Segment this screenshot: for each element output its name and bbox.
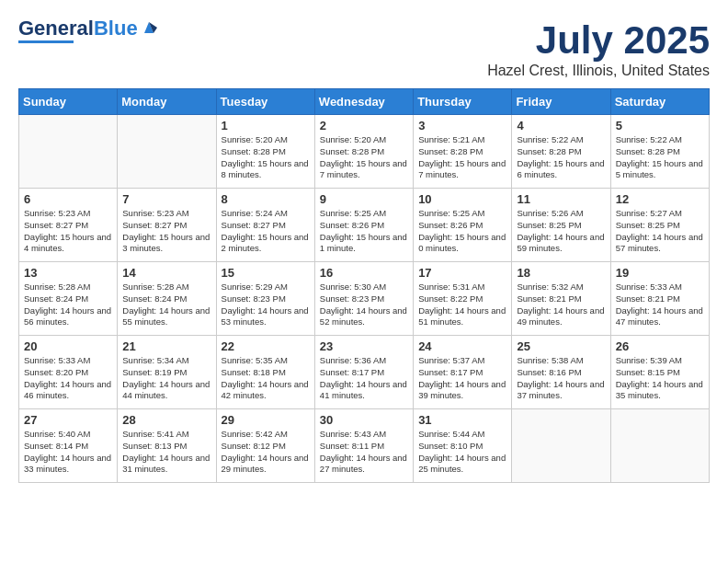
calendar-week-1: 1Sunrise: 5:20 AM Sunset: 8:28 PM Daylig… bbox=[19, 115, 710, 189]
day-info: Sunrise: 5:34 AM Sunset: 8:19 PM Dayligh… bbox=[122, 355, 210, 402]
day-number: 28 bbox=[122, 413, 210, 427]
day-number: 31 bbox=[418, 413, 506, 427]
day-info: Sunrise: 5:44 AM Sunset: 8:10 PM Dayligh… bbox=[418, 429, 506, 476]
day-info: Sunrise: 5:21 AM Sunset: 8:28 PM Dayligh… bbox=[418, 134, 506, 181]
day-number: 17 bbox=[418, 266, 506, 280]
day-number: 21 bbox=[122, 339, 210, 353]
calendar-cell: 23Sunrise: 5:36 AM Sunset: 8:17 PM Dayli… bbox=[314, 336, 413, 409]
day-info: Sunrise: 5:25 AM Sunset: 8:26 PM Dayligh… bbox=[320, 208, 408, 255]
day-number: 20 bbox=[24, 339, 112, 353]
day-number: 25 bbox=[517, 339, 605, 353]
day-info: Sunrise: 5:25 AM Sunset: 8:26 PM Dayligh… bbox=[418, 208, 506, 255]
day-info: Sunrise: 5:35 AM Sunset: 8:18 PM Dayligh… bbox=[222, 355, 310, 402]
calendar-cell: 18Sunrise: 5:32 AM Sunset: 8:21 PM Dayli… bbox=[512, 262, 610, 336]
day-number: 10 bbox=[418, 192, 506, 206]
day-info: Sunrise: 5:20 AM Sunset: 8:28 PM Dayligh… bbox=[222, 134, 310, 181]
calendar-cell: 12Sunrise: 5:27 AM Sunset: 8:25 PM Dayli… bbox=[610, 189, 709, 262]
day-number: 8 bbox=[222, 192, 310, 206]
weekday-header-saturday: Saturday bbox=[610, 89, 709, 115]
day-number: 23 bbox=[320, 339, 408, 353]
calendar-cell: 22Sunrise: 5:35 AM Sunset: 8:18 PM Dayli… bbox=[216, 336, 314, 409]
day-info: Sunrise: 5:43 AM Sunset: 8:11 PM Dayligh… bbox=[320, 429, 408, 476]
calendar-cell: 27Sunrise: 5:40 AM Sunset: 8:14 PM Dayli… bbox=[19, 409, 118, 483]
day-info: Sunrise: 5:38 AM Sunset: 8:16 PM Dayligh… bbox=[517, 355, 605, 402]
day-info: Sunrise: 5:22 AM Sunset: 8:28 PM Dayligh… bbox=[517, 134, 605, 181]
day-info: Sunrise: 5:31 AM Sunset: 8:22 PM Dayligh… bbox=[418, 282, 506, 328]
calendar-cell: 1Sunrise: 5:20 AM Sunset: 8:28 PM Daylig… bbox=[216, 115, 314, 189]
calendar-cell: 28Sunrise: 5:41 AM Sunset: 8:13 PM Dayli… bbox=[118, 409, 216, 483]
calendar-cell: 6Sunrise: 5:23 AM Sunset: 8:27 PM Daylig… bbox=[19, 189, 118, 262]
day-number: 15 bbox=[222, 266, 310, 280]
weekday-header-friday: Friday bbox=[512, 89, 610, 115]
day-info: Sunrise: 5:28 AM Sunset: 8:24 PM Dayligh… bbox=[24, 282, 112, 328]
calendar-cell: 26Sunrise: 5:39 AM Sunset: 8:15 PM Dayli… bbox=[610, 336, 709, 409]
calendar-cell: 15Sunrise: 5:29 AM Sunset: 8:23 PM Dayli… bbox=[216, 262, 314, 336]
day-number: 4 bbox=[517, 119, 605, 132]
day-number: 3 bbox=[418, 119, 506, 132]
day-info: Sunrise: 5:29 AM Sunset: 8:23 PM Dayligh… bbox=[222, 282, 310, 328]
calendar-cell: 19Sunrise: 5:33 AM Sunset: 8:21 PM Dayli… bbox=[610, 262, 709, 336]
calendar-cell: 30Sunrise: 5:43 AM Sunset: 8:11 PM Dayli… bbox=[314, 409, 413, 483]
calendar-cell: 24Sunrise: 5:37 AM Sunset: 8:17 PM Dayli… bbox=[414, 336, 512, 409]
calendar-cell: 11Sunrise: 5:26 AM Sunset: 8:25 PM Dayli… bbox=[512, 189, 610, 262]
calendar-cell: 21Sunrise: 5:34 AM Sunset: 8:19 PM Dayli… bbox=[118, 336, 216, 409]
weekday-header-monday: Monday bbox=[118, 89, 216, 115]
day-info: Sunrise: 5:28 AM Sunset: 8:24 PM Dayligh… bbox=[122, 282, 210, 328]
day-number: 7 bbox=[122, 192, 210, 206]
calendar-header-row: SundayMondayTuesdayWednesdayThursdayFrid… bbox=[19, 89, 710, 115]
calendar-cell: 13Sunrise: 5:28 AM Sunset: 8:24 PM Dayli… bbox=[19, 262, 118, 336]
day-number: 11 bbox=[517, 192, 605, 206]
calendar-cell: 5Sunrise: 5:22 AM Sunset: 8:28 PM Daylig… bbox=[610, 115, 709, 189]
calendar-cell: 3Sunrise: 5:21 AM Sunset: 8:28 PM Daylig… bbox=[414, 115, 512, 189]
day-info: Sunrise: 5:24 AM Sunset: 8:27 PM Dayligh… bbox=[222, 208, 310, 255]
calendar-cell: 20Sunrise: 5:33 AM Sunset: 8:20 PM Dayli… bbox=[19, 336, 118, 409]
day-number: 22 bbox=[222, 339, 310, 353]
day-info: Sunrise: 5:32 AM Sunset: 8:21 PM Dayligh… bbox=[517, 282, 605, 328]
day-info: Sunrise: 5:26 AM Sunset: 8:25 PM Dayligh… bbox=[517, 208, 605, 255]
day-number: 30 bbox=[320, 413, 408, 427]
day-number: 2 bbox=[320, 119, 408, 132]
calendar-cell: 16Sunrise: 5:30 AM Sunset: 8:23 PM Dayli… bbox=[314, 262, 413, 336]
calendar-cell: 7Sunrise: 5:23 AM Sunset: 8:27 PM Daylig… bbox=[118, 189, 216, 262]
day-number: 19 bbox=[616, 266, 704, 280]
day-number: 16 bbox=[320, 266, 408, 280]
day-info: Sunrise: 5:30 AM Sunset: 8:23 PM Dayligh… bbox=[320, 282, 408, 328]
page-header: GeneralBlue July 2025 Hazel Crest, Illin… bbox=[18, 18, 710, 79]
title-area: July 2025 Hazel Crest, Illinois, United … bbox=[487, 18, 710, 79]
day-info: Sunrise: 5:27 AM Sunset: 8:25 PM Dayligh… bbox=[616, 208, 704, 255]
day-info: Sunrise: 5:37 AM Sunset: 8:17 PM Dayligh… bbox=[418, 355, 506, 402]
calendar-cell: 9Sunrise: 5:25 AM Sunset: 8:26 PM Daylig… bbox=[314, 189, 413, 262]
day-number: 6 bbox=[24, 192, 112, 206]
month-title: July 2025 bbox=[487, 18, 710, 63]
calendar-table: SundayMondayTuesdayWednesdayThursdayFrid… bbox=[18, 88, 710, 483]
calendar-cell: 4Sunrise: 5:22 AM Sunset: 8:28 PM Daylig… bbox=[512, 115, 610, 189]
calendar-cell: 29Sunrise: 5:42 AM Sunset: 8:12 PM Dayli… bbox=[216, 409, 314, 483]
calendar-week-2: 6Sunrise: 5:23 AM Sunset: 8:27 PM Daylig… bbox=[19, 189, 710, 262]
weekday-header-thursday: Thursday bbox=[414, 89, 512, 115]
day-info: Sunrise: 5:33 AM Sunset: 8:21 PM Dayligh… bbox=[616, 282, 704, 328]
calendar-week-4: 20Sunrise: 5:33 AM Sunset: 8:20 PM Dayli… bbox=[19, 336, 710, 409]
calendar-cell: 10Sunrise: 5:25 AM Sunset: 8:26 PM Dayli… bbox=[414, 189, 512, 262]
calendar-cell: 2Sunrise: 5:20 AM Sunset: 8:28 PM Daylig… bbox=[314, 115, 413, 189]
day-number: 1 bbox=[222, 119, 310, 132]
day-info: Sunrise: 5:33 AM Sunset: 8:20 PM Dayligh… bbox=[24, 355, 112, 402]
day-number: 24 bbox=[418, 339, 506, 353]
calendar-cell: 8Sunrise: 5:24 AM Sunset: 8:27 PM Daylig… bbox=[216, 189, 314, 262]
day-info: Sunrise: 5:22 AM Sunset: 8:28 PM Dayligh… bbox=[616, 134, 704, 181]
weekday-header-tuesday: Tuesday bbox=[216, 89, 314, 115]
day-number: 26 bbox=[616, 339, 704, 353]
day-info: Sunrise: 5:41 AM Sunset: 8:13 PM Dayligh… bbox=[122, 429, 210, 476]
day-info: Sunrise: 5:23 AM Sunset: 8:27 PM Dayligh… bbox=[122, 208, 210, 255]
calendar-cell bbox=[19, 115, 118, 189]
calendar-week-3: 13Sunrise: 5:28 AM Sunset: 8:24 PM Dayli… bbox=[19, 262, 710, 336]
calendar-cell: 31Sunrise: 5:44 AM Sunset: 8:10 PM Dayli… bbox=[414, 409, 512, 483]
day-number: 14 bbox=[122, 266, 210, 280]
day-number: 9 bbox=[320, 192, 408, 206]
weekday-header-sunday: Sunday bbox=[19, 89, 118, 115]
day-number: 18 bbox=[517, 266, 605, 280]
calendar-week-5: 27Sunrise: 5:40 AM Sunset: 8:14 PM Dayli… bbox=[19, 409, 710, 483]
weekday-header-wednesday: Wednesday bbox=[314, 89, 413, 115]
location-title: Hazel Crest, Illinois, United States bbox=[487, 63, 710, 79]
day-info: Sunrise: 5:39 AM Sunset: 8:15 PM Dayligh… bbox=[616, 355, 704, 402]
calendar-cell bbox=[118, 115, 216, 189]
